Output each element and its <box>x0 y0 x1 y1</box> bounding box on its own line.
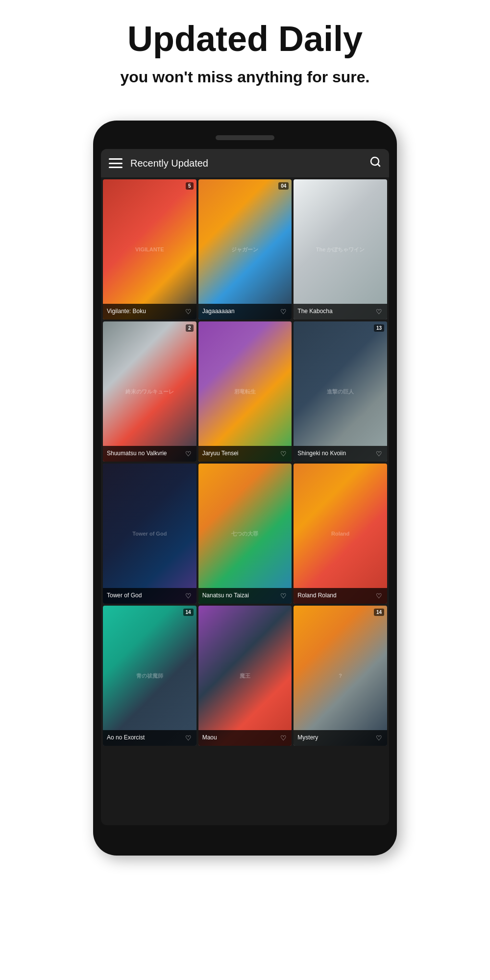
manga-favorite-nanatsu[interactable]: ♡ <box>279 591 288 601</box>
manga-grid: VIGILANTE5Vigilante: Boku♡ジャガーン04Jagaaaa… <box>101 177 389 748</box>
phone-mockup: Recently Updated VIGILANTE5Vigilante: Bo… <box>93 121 397 856</box>
cover-badge-jagaaaaaan: 04 <box>278 182 289 190</box>
manga-title-kabocha: The Kabocha <box>297 308 373 316</box>
manga-favorite-roland[interactable]: ♡ <box>375 591 383 601</box>
cover-badge-ao: 14 <box>183 609 194 616</box>
promo-subtitle: you won't miss anything for sure. <box>29 68 461 86</box>
cover-badge-shuumatsu: 2 <box>186 324 194 332</box>
app-screen: Recently Updated VIGILANTE5Vigilante: Bo… <box>101 149 389 825</box>
manga-card-roland[interactable]: RolandRoland Roland♡ <box>294 464 387 604</box>
manga-card-nanatsu[interactable]: 七つの大罪Nanatsu no Taizai♡ <box>198 464 292 604</box>
manga-title-nanatsu: Nanatsu no Taizai <box>202 592 278 600</box>
manga-card-ao[interactable]: 青の祓魔師14Ao no Exorcist♡ <box>103 606 196 746</box>
manga-title-ao: Ao no Exorcist <box>107 734 182 742</box>
manga-info-shuumatsu: Shuumatsu no Valkvrie♡ <box>103 446 196 462</box>
manga-favorite-maou[interactable]: ♡ <box>279 733 288 743</box>
menu-icon[interactable] <box>109 158 122 168</box>
manga-info-shingeki: Shingeki no Kvoiin♡ <box>294 446 387 462</box>
manga-favorite-mystery[interactable]: ♡ <box>375 733 383 743</box>
manga-favorite-shuumatsu[interactable]: ♡ <box>184 449 193 459</box>
manga-info-jaryuu: Jaryuu Tensei♡ <box>198 446 292 462</box>
search-icon[interactable] <box>369 156 381 171</box>
manga-favorite-kabocha[interactable]: ♡ <box>375 307 383 317</box>
manga-title-maou: Maou <box>202 734 278 742</box>
manga-title-shingeki: Shingeki no Kvoiin <box>297 450 373 458</box>
manga-title-tower: Tower of God <box>107 592 182 600</box>
manga-card-kabocha[interactable]: The かぼちゃワインThe Kabocha♡ <box>294 179 387 319</box>
cover-badge-mystery: 14 <box>374 609 384 616</box>
manga-info-mystery: Mystery♡ <box>294 730 387 746</box>
manga-card-jagaaaaaan[interactable]: ジャガーン04Jagaaaaaan♡ <box>198 179 292 319</box>
manga-title-vigilante: Vigilante: Boku <box>107 308 182 316</box>
cover-badge-shingeki: 13 <box>374 324 384 332</box>
manga-title-roland: Roland Roland <box>297 592 373 600</box>
manga-title-jagaaaaaan: Jagaaaaaan <box>202 308 278 316</box>
manga-card-vigilante[interactable]: VIGILANTE5Vigilante: Boku♡ <box>103 179 196 319</box>
manga-title-mystery: Mystery <box>297 734 373 742</box>
toolbar-title: Recently Updated <box>130 158 362 169</box>
manga-favorite-ao[interactable]: ♡ <box>184 733 193 743</box>
manga-info-ao: Ao no Exorcist♡ <box>103 730 196 746</box>
manga-info-tower: Tower of God♡ <box>103 588 196 604</box>
manga-favorite-tower[interactable]: ♡ <box>184 591 193 601</box>
manga-info-nanatsu: Nanatsu no Taizai♡ <box>198 588 292 604</box>
manga-card-shingeki[interactable]: 進撃の巨人13Shingeki no Kvoiin♡ <box>294 321 387 462</box>
manga-info-vigilante: Vigilante: Boku♡ <box>103 304 196 319</box>
manga-favorite-vigilante[interactable]: ♡ <box>184 307 193 317</box>
manga-card-maou[interactable]: 魔王Maou♡ <box>198 606 292 746</box>
manga-info-roland: Roland Roland♡ <box>294 588 387 604</box>
manga-title-shuumatsu: Shuumatsu no Valkvrie <box>107 450 182 458</box>
manga-favorite-jagaaaaaan[interactable]: ♡ <box>279 307 288 317</box>
manga-info-kabocha: The Kabocha♡ <box>294 304 387 319</box>
manga-card-jaryuu[interactable]: 邪竜転生Jaryuu Tensei♡ <box>198 321 292 462</box>
app-toolbar: Recently Updated <box>101 149 389 177</box>
manga-card-shuumatsu[interactable]: 終末のワルキューレ2Shuumatsu no Valkvrie♡ <box>103 321 196 462</box>
phone-speaker <box>216 135 274 140</box>
manga-card-mystery[interactable]: ?14Mystery♡ <box>294 606 387 746</box>
svg-line-1 <box>378 164 380 166</box>
promo-header: Updated Daily you won't miss anything fo… <box>0 0 490 111</box>
promo-title: Updated Daily <box>29 20 461 58</box>
manga-info-maou: Maou♡ <box>198 730 292 746</box>
manga-card-tower[interactable]: Tower of GodTower of God♡ <box>103 464 196 604</box>
phone-container: Recently Updated VIGILANTE5Vigilante: Bo… <box>0 111 490 856</box>
manga-title-jaryuu: Jaryuu Tensei <box>202 450 278 458</box>
cover-badge-vigilante: 5 <box>186 182 194 190</box>
manga-favorite-jaryuu[interactable]: ♡ <box>279 449 288 459</box>
manga-favorite-shingeki[interactable]: ♡ <box>375 449 383 459</box>
manga-info-jagaaaaaan: Jagaaaaaan♡ <box>198 304 292 319</box>
